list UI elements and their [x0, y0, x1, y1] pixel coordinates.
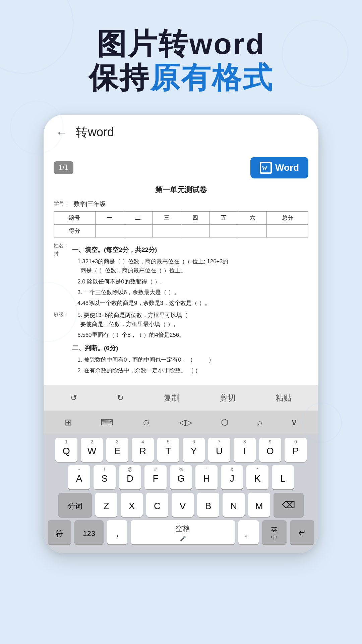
xue-hao-label: 学号：	[54, 199, 74, 209]
doc-item-5: 5. 要使13÷6的商是两位数，方框里可以填（ 要使商是三位数，方框里最小填（ …	[77, 311, 308, 329]
key-A[interactable]: -A	[68, 465, 90, 489]
table-cell: 三	[153, 212, 181, 224]
doc-item-6: 6.560里面有（ ）个8，（ ）的4倍是256。	[77, 330, 308, 339]
topbar-title: 转word	[76, 124, 114, 141]
emoji-icon-button[interactable]: ☺	[140, 415, 153, 430]
page-badge: 1/1	[54, 161, 73, 174]
undo-button[interactable]: ↺	[66, 391, 82, 405]
key-G[interactable]: %G	[170, 465, 192, 489]
table-cell	[124, 224, 152, 237]
hero-line2-blue: 原有格式	[150, 61, 274, 94]
keys-icon-button[interactable]: ⌨	[99, 415, 115, 430]
key-J[interactable]: &J	[221, 465, 243, 489]
key-D[interactable]: @D	[119, 465, 141, 489]
key-L[interactable]: L	[272, 465, 294, 489]
table-cell	[181, 224, 209, 237]
phone-topbar: ← 转word	[44, 115, 318, 150]
collapse-icon-button[interactable]: ∨	[289, 415, 299, 430]
key-R[interactable]: 4R	[132, 438, 154, 462]
key-P[interactable]: 0P	[285, 438, 307, 462]
keyboard-row-1: 1Q 2W 3E 4R 5T 6Y 7U 8I 9O 0P	[48, 438, 314, 462]
back-button[interactable]: ←	[56, 125, 68, 140]
word-export-button[interactable]: W Word	[250, 157, 308, 178]
doc-title: 第一单元测试卷	[54, 184, 308, 196]
key-V[interactable]: V	[172, 493, 194, 517]
paste-button[interactable]: 粘贴	[271, 390, 296, 405]
key-S[interactable]: !S	[94, 465, 116, 489]
table-cell: 得分	[54, 224, 96, 237]
key-M[interactable]: M	[248, 493, 270, 517]
table-cell: 四	[181, 212, 209, 224]
key-N[interactable]: N	[223, 493, 245, 517]
table-cell	[209, 224, 238, 237]
copy-button[interactable]: 复制	[159, 390, 184, 405]
hero-line1: 图片转word	[20, 27, 342, 61]
key-en-zh[interactable]: 英 中	[262, 520, 287, 544]
word-icon: W	[260, 162, 272, 174]
xue-hao-value: 数学|三年级	[74, 199, 308, 209]
document-area: 1/1 W Word 第一单元测试卷 学号：	[44, 150, 318, 385]
doc-item-1: 1.321÷3的商是（ ）位数，商的最高位在（ ）位上; 126÷3的 商是（ …	[77, 257, 308, 275]
key-Y[interactable]: 6Y	[183, 438, 205, 462]
key-period[interactable]: 。	[238, 520, 258, 544]
judge-item-1: 1. 被除数的中间有0，商的中间也一定有0。 ） ）	[77, 355, 308, 364]
table-cell: 六	[238, 212, 267, 224]
judge-item-2: 2. 在有余数的除法中，余数一定小于除数。 （ ）	[77, 366, 308, 375]
key-comma[interactable]: ，	[107, 520, 127, 544]
document-content[interactable]: 第一单元测试卷 学号： 数学|三年级 题号 一 二	[54, 184, 308, 377]
key-W[interactable]: 2W	[81, 438, 103, 462]
table-cell	[95, 224, 124, 237]
hero-line2-prefix: 保持	[88, 61, 150, 94]
key-123[interactable]: 123	[74, 520, 104, 544]
score-table: 题号 一 二 三 四 五 六 总分 得分	[54, 211, 308, 237]
key-fu[interactable]: 符	[48, 520, 71, 544]
table-cell: 题号	[54, 212, 96, 224]
redo-button[interactable]: ↻	[112, 391, 128, 405]
mic-icon: 🎤	[180, 536, 186, 541]
keyboard-row-4: 符 123 ， 空格 🎤 。 英 中 ↵	[48, 520, 314, 544]
space-label: 空格	[176, 524, 190, 534]
svg-text:W: W	[262, 165, 267, 171]
search-icon-button[interactable]: ⌕	[255, 415, 264, 430]
keyboard-toolbar: ↺ ↻ 复制 剪切 粘贴	[44, 385, 318, 411]
key-X[interactable]: X	[121, 493, 143, 517]
cursor-icon-button[interactable]: ◁▷	[177, 415, 194, 430]
doc-item-4: 4.48除以一个数的商是9，余数是3，这个数是（ ）。	[77, 299, 308, 308]
key-K[interactable]: *K	[246, 465, 268, 489]
key-I[interactable]: 8I	[234, 438, 256, 462]
word-button-label: Word	[275, 162, 299, 173]
seal-label: 封	[54, 250, 72, 258]
table-cell	[238, 224, 267, 237]
key-space[interactable]: 空格 🎤	[131, 520, 235, 544]
phone-mockup: ← 转word 1/1 W Word 第一	[44, 115, 318, 553]
hero-section: 图片转word 保持原有格式	[0, 0, 362, 108]
key-delete[interactable]: ⌫	[274, 493, 304, 517]
table-cell	[153, 224, 181, 237]
cut-button[interactable]: 剪切	[215, 390, 240, 405]
section1-title: 一、填空。(每空2分，共22分)	[72, 245, 308, 255]
keyboard-row-3: 分词 Z X C V B N M ⌫	[48, 493, 314, 517]
key-T[interactable]: 5T	[157, 438, 179, 462]
class-side-label: 班级：	[54, 311, 72, 319]
key-return[interactable]: ↵	[290, 520, 314, 544]
key-E[interactable]: 3E	[106, 438, 128, 462]
key-Q[interactable]: 1Q	[55, 438, 77, 462]
key-O[interactable]: 9O	[259, 438, 281, 462]
keyboard-row-2: -A !S @D #F %G "H &J *K L	[48, 465, 314, 489]
key-C[interactable]: C	[146, 493, 168, 517]
key-F[interactable]: #F	[144, 465, 167, 489]
table-cell	[267, 224, 308, 237]
key-fenci[interactable]: 分词	[58, 493, 92, 517]
link-icon-button[interactable]: ⬡	[219, 415, 231, 430]
table-cell: 五	[209, 212, 238, 224]
table-cell: 总分	[267, 212, 308, 224]
key-H[interactable]: "H	[195, 465, 218, 489]
doc-item-2: 2.0 除以任何不是0的数都得（ ）。	[77, 277, 308, 286]
key-B[interactable]: B	[197, 493, 219, 517]
table-cell: 一	[95, 212, 124, 224]
keyboard: 1Q 2W 3E 4R 5T 6Y 7U 8I 9O 0P -A !S @D #…	[44, 434, 318, 553]
phone-container: ← 转word 1/1 W Word 第一	[0, 108, 362, 553]
key-U[interactable]: 7U	[208, 438, 230, 462]
grid-icon-button[interactable]: ⊞	[63, 415, 74, 430]
key-Z[interactable]: Z	[95, 493, 117, 517]
